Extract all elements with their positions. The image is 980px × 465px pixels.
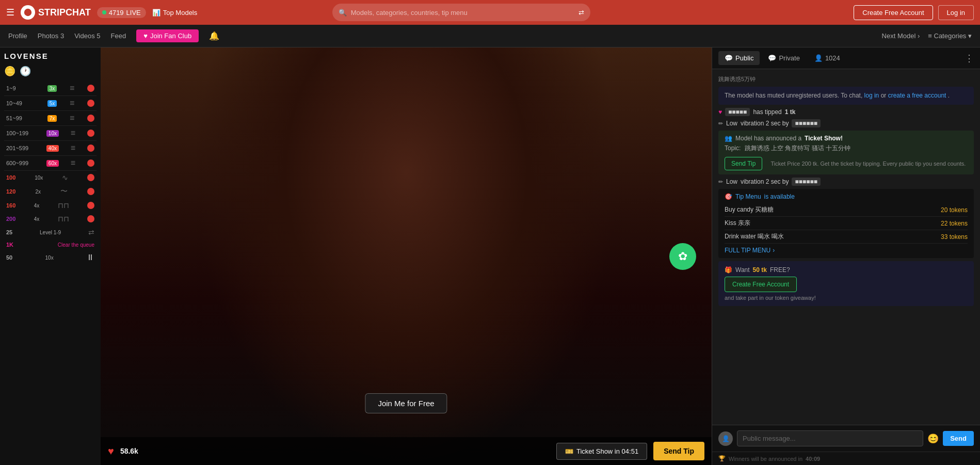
chat-tabs: 💬 Public 💬 Private 👤 1024 ⋮ xyxy=(712,47,980,69)
group-icon: 👥 xyxy=(725,135,732,142)
tip-tokens: 20 tokens xyxy=(941,206,968,214)
emoji-button[interactable]: 😊 xyxy=(927,433,939,444)
range-label: 600~999 xyxy=(6,160,35,166)
token-multiplier: 60x xyxy=(46,160,59,167)
token-giveaway-icon: 🎁 xyxy=(725,266,732,274)
create-free-account-button[interactable]: Create Free Account xyxy=(725,277,797,292)
logo-icon xyxy=(21,5,35,20)
profile-tab[interactable]: Profile xyxy=(8,30,27,42)
main-content: LOVENSE 🪙 🕐 1~9 3x ≡ 10~49 5x ≡ 51~99 7x… xyxy=(0,47,980,465)
lovense-logo: LOVENSE xyxy=(4,52,97,60)
heart-button[interactable]: ♥ xyxy=(108,445,114,457)
winner-time: 40:09 xyxy=(806,456,820,462)
stop-icon xyxy=(87,215,94,222)
heart-icon: ♥ xyxy=(143,32,148,40)
top-models-label: Top Models xyxy=(163,9,197,17)
public-chat-icon: 💬 xyxy=(725,54,733,62)
ticket-icon: 🎫 xyxy=(565,447,573,455)
user-avatar: 👤 xyxy=(718,431,733,446)
tip-menu-icon: 🎯 xyxy=(725,193,732,200)
tipped-heart-icon: ♥ xyxy=(718,108,722,116)
viewer-count-icon: 👤 xyxy=(814,54,823,62)
wave-icon: ≡ xyxy=(70,99,74,108)
fan-club-button[interactable]: ♥ Join Fan Club xyxy=(136,29,199,42)
range-label: 100~199 xyxy=(6,130,35,136)
tab-viewers[interactable]: 👤 1024 xyxy=(808,51,846,65)
chat-panel: 💬 Public 💬 Private 👤 1024 ⋮ 跳舞诱惑5万钟 The … xyxy=(712,47,980,465)
chat-more-icon[interactable]: ⋮ xyxy=(965,53,974,64)
tipper-name: ■■■■■ xyxy=(725,108,750,116)
login-button[interactable]: Log in xyxy=(938,5,974,20)
wave-icon: ≡ xyxy=(70,84,74,93)
private-chat-icon: 💬 xyxy=(768,54,776,62)
search-bar: 🔍 ⇄ xyxy=(332,4,590,21)
logo[interactable]: STRIPCHAT xyxy=(21,5,91,20)
tip-menu-item-3: Drink water 喝水 喝水 33 tokens xyxy=(725,230,968,244)
token-multiplier: 10x xyxy=(46,130,59,137)
clock-icon: 🕐 xyxy=(20,66,31,77)
token-multiplier: 3x xyxy=(47,85,57,92)
stop-icon xyxy=(87,188,94,195)
photos-tab[interactable]: Photos 3 xyxy=(38,30,64,42)
lovense-special-1k: 1K Clear the queue xyxy=(4,239,97,250)
chat-message-input[interactable] xyxy=(737,430,923,446)
lovense-row-51-99: 51~99 7x ≡ xyxy=(4,111,97,126)
vibrator-user: ■■■■■■ xyxy=(792,119,821,127)
create-account-button[interactable]: Create Free Account xyxy=(854,5,933,20)
ticket-show-button[interactable]: 🎫 Ticket Show in 04:51 xyxy=(556,443,647,460)
join-overlay-button[interactable]: Join Me for Free xyxy=(365,393,447,413)
logo-text: STRIPCHAT xyxy=(38,7,91,18)
full-tip-menu-link[interactable]: FULL TIP MENU › xyxy=(725,247,968,254)
create-account-link[interactable]: create a free account xyxy=(888,92,946,99)
hamburger-menu-icon[interactable]: ☰ xyxy=(6,7,14,18)
fan-club-label: Join Fan Club xyxy=(150,32,191,40)
pencil-icon-2: ✏ xyxy=(718,179,723,185)
tip-menu-item-1: Buy candy 买糖糖 20 tokens xyxy=(725,203,968,217)
lovense-row-1-9: 1~9 3x ≡ xyxy=(4,81,97,96)
token-multiplier: 40x xyxy=(46,145,59,152)
private-tab-label: Private xyxy=(779,54,799,62)
categories-button[interactable]: ≡ Categories ▾ xyxy=(928,32,972,40)
feed-tab[interactable]: Feed xyxy=(111,30,126,42)
tip-menu-item-2: Kiss 亲亲 22 tokens xyxy=(725,217,968,230)
muted-notice: The model has muted unregistered users. … xyxy=(718,87,974,105)
list-icon: ≡ xyxy=(928,32,932,40)
lovense-special-25: 25 Level 1-9 ⇄ xyxy=(4,226,97,239)
tab-private[interactable]: 💬 Private xyxy=(762,51,806,65)
video-area: ✿ Join Me for Free ● STRIPCHAT ♥ 58.6k 🎫… xyxy=(101,47,712,465)
videos-tab[interactable]: Videos 5 xyxy=(74,30,100,42)
tip-menu-link[interactable]: Tip Menu xyxy=(735,193,761,200)
tip-tokens: 22 tokens xyxy=(941,220,968,227)
tab-public[interactable]: 💬 Public xyxy=(718,51,760,65)
bar-chart-icon: 📊 xyxy=(152,9,160,17)
filter-icon[interactable]: ⇄ xyxy=(579,9,584,17)
trophy-icon: 🏆 xyxy=(718,455,726,462)
search-input[interactable] xyxy=(351,9,574,17)
live-count-badge: 4719 LIVE xyxy=(97,7,146,18)
top-models-button[interactable]: 📊 Top Models xyxy=(152,9,197,17)
login-link[interactable]: log in xyxy=(864,92,879,99)
notification-icon[interactable]: 🔔 xyxy=(209,31,219,41)
send-chat-button[interactable]: Send xyxy=(943,431,974,446)
viewer-count-label: 1024 xyxy=(825,54,840,62)
lovense-row-600-999: 600~999 60x ≡ xyxy=(4,156,97,171)
wave-icon: ≡ xyxy=(71,129,75,138)
range-label: 51~99 xyxy=(6,115,35,121)
public-tab-label: Public xyxy=(735,54,753,62)
video-bottom-bar: ♥ 58.6k 🎫 Ticket Show in 04:51 Send Tip xyxy=(101,437,712,465)
chat-footer: 🏆 Winners will be announced in 40:09 xyxy=(712,452,980,465)
range-label: 10~49 xyxy=(6,100,35,106)
spin-icon: ✿ xyxy=(669,243,696,270)
live-count: 4719 xyxy=(109,9,124,17)
free-tokens-sub-text: and take part in our token giveaway! xyxy=(725,295,968,301)
stop-icon xyxy=(87,100,94,107)
send-tip-small-button[interactable]: Send Tip xyxy=(725,157,762,170)
stop-icon xyxy=(87,85,94,92)
wave-icon: ≡ xyxy=(70,114,74,123)
next-model-button[interactable]: Next Model › xyxy=(882,32,920,40)
send-tip-button[interactable]: Send Tip xyxy=(653,442,704,460)
chat-message: 跳舞诱惑5万钟 xyxy=(718,74,974,84)
token-multiplier: 5x xyxy=(47,100,57,107)
sub-nav-right: Next Model › ≡ Categories ▾ xyxy=(882,32,972,40)
free-tokens-section: 🎁 Want 50 tk FREE? Create Free Account a… xyxy=(718,261,974,306)
